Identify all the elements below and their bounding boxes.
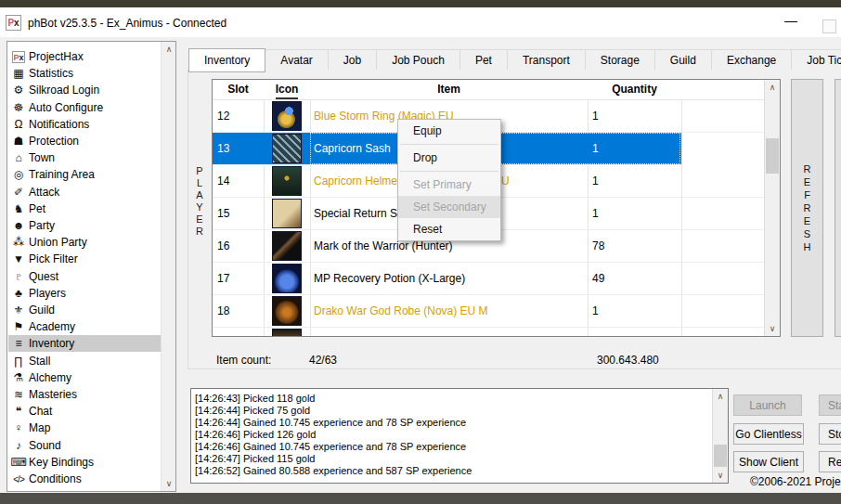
sidebar-item-quest[interactable]: ♇Quest (8, 268, 161, 285)
go-clientless-button[interactable]: Go Clientless (733, 423, 804, 445)
column-header-item[interactable]: Item (310, 83, 588, 96)
log-output[interactable]: [14:26:43] Picked 118 gold[14:26:44] Pic… (190, 388, 729, 484)
slot-cell: 14 (217, 174, 229, 187)
sidebar-item-attack[interactable]: ✐Attack (8, 184, 161, 200)
log-line: [14:26:46] Picked 126 gold (195, 429, 709, 441)
menu-item-equip[interactable]: Equip (398, 120, 500, 142)
sidebar-item-conditions[interactable]: </>Conditions (8, 471, 161, 487)
sidebar-item-academy[interactable]: ⚑Academy (8, 318, 161, 335)
sidebar-item-plugins[interactable]: ▦Plugins (8, 487, 161, 492)
scroll-up-icon[interactable]: ∧ (162, 42, 176, 57)
spear-item-icon (272, 231, 302, 261)
inventory-row-partial[interactable] (213, 328, 764, 337)
sidebar-item-label: Inventory (29, 337, 74, 350)
sidebar-item-key-bindings[interactable]: ⌨Key Bindings (8, 454, 161, 471)
menu-item-reset[interactable]: Reset (398, 218, 500, 240)
stall-icon: ∏ (8, 355, 29, 368)
scroll-down-icon[interactable]: ∨ (765, 321, 780, 336)
show-client-button[interactable]: Show Client (733, 451, 804, 472)
robe-item-icon (272, 296, 302, 326)
column-header-icon[interactable]: Icon (264, 83, 310, 96)
sidebar-item-alchemy[interactable]: ⚗Alchemy (8, 369, 161, 386)
scroll-down-icon[interactable]: ∨ (713, 468, 728, 483)
tab-strip: InventoryAvatarJobJob PouchPetTransportS… (188, 48, 841, 71)
protection-icon: ☗ (8, 135, 29, 148)
tab-exchange[interactable]: Exchange (712, 49, 792, 71)
scrollbar-thumb[interactable] (766, 138, 779, 174)
tab-storage[interactable]: Storage (586, 49, 655, 71)
sidebar-item-label: Masteries (29, 388, 77, 401)
sidebar-item-stall[interactable]: ∏Stall (8, 353, 161, 369)
tab-job[interactable]: Job (329, 49, 377, 71)
sidebar-item-inventory[interactable]: ≡Inventory (8, 335, 161, 352)
sidebar-item-town[interactable]: ⌂Town (8, 149, 161, 166)
sidebar-item-players[interactable]: ♣Players (8, 285, 161, 302)
tab-avatar[interactable]: Avatar (265, 49, 328, 71)
menu-item-drop[interactable]: Drop (398, 147, 500, 169)
pet-icon: ♞ (8, 202, 29, 215)
sidebar-item-label: Auto Configure (29, 101, 103, 114)
map-icon: ♀ (8, 421, 29, 434)
sidebar-item-masteries[interactable]: ≋Masteries (8, 386, 161, 403)
minimize-button[interactable]: — (783, 13, 799, 30)
column-header-slot[interactable]: Slot (213, 83, 264, 96)
tab-pet[interactable]: Pet (460, 49, 508, 71)
town-icon: ⌂ (8, 151, 29, 164)
quantity-cell: 1 (592, 304, 599, 317)
menu-separator (400, 171, 498, 172)
tab-job-pouch[interactable]: Job Pouch (377, 49, 460, 71)
scroll-up-icon[interactable]: ∧ (713, 389, 728, 404)
sidebar-item-chat[interactable]: ❝Chat (8, 403, 161, 420)
tab-transport[interactable]: Transport (508, 49, 586, 71)
sidebar-item-notifications[interactable]: ΩNotifications (8, 116, 161, 133)
quantity-cell: 1 (592, 174, 599, 187)
inventory-row-17[interactable]: 17MP Recovery Potion (X-Large)49 (213, 263, 764, 295)
sidebar-item-training-area[interactable]: ◎Training Area (8, 166, 161, 183)
sidebar-item-union-party[interactable]: ⁂Union Party (8, 234, 161, 251)
inventory-row-18[interactable]: 18Drako War God Robe (Nova) EU M1 (213, 295, 764, 328)
sidebar-item-projecthax[interactable]: PxProjectHax (8, 48, 161, 65)
training-area-icon: ◎ (8, 168, 29, 181)
tab-job-tickets[interactable]: Job Tickets (792, 49, 841, 71)
column-header-quantity[interactable]: Quantity (588, 83, 681, 96)
sidebar-item-pet[interactable]: ♞Pet (8, 200, 161, 217)
scroll-down-icon[interactable]: ∨ (162, 476, 176, 491)
clipped-vertical-button[interactable] (835, 79, 841, 337)
tab-inventory[interactable]: Inventory (188, 48, 265, 72)
maximize-button[interactable] (822, 19, 836, 33)
quantity-cell: 78 (592, 239, 604, 252)
background-bottom-strip (0, 493, 841, 504)
launch-button[interactable]: Launch (733, 394, 802, 416)
sidebar-item-silkroad-login[interactable]: ⚙Silkroad Login (8, 82, 161, 98)
log-line: [14:26:52] Gained 80.588 experience and … (195, 465, 709, 477)
sidebar-item-pick-filter[interactable]: ▼Pick Filter (8, 251, 161, 267)
sidebar-item-sound[interactable]: ♪Sound (8, 437, 161, 454)
sidebar-item-guild[interactable]: ⚜Guild (8, 302, 161, 318)
log-scrollbar[interactable]: ∧ ∨ (712, 389, 728, 483)
return-button[interactable]: Return (819, 451, 841, 472)
sidebar-item-statistics[interactable]: ▦Statistics (8, 65, 161, 82)
sidebar-item-label: Town (29, 151, 55, 164)
stop-button[interactable]: Stop (819, 423, 841, 445)
union-party-icon: ⁂ (8, 236, 29, 249)
sidebar-item-label: Quest (29, 270, 58, 283)
potion-item-icon (272, 264, 302, 293)
sidebar-scrollbar[interactable]: ∧ ∨ (161, 42, 175, 491)
quantity-cell: 1 (592, 110, 599, 123)
tab-guild[interactable]: Guild (655, 49, 712, 71)
scroll-up-icon[interactable]: ∧ (765, 80, 780, 95)
start-button[interactable]: Start (819, 394, 841, 416)
item-name-cell: Drako War God Robe (Nova) EU M (314, 304, 488, 317)
log-lines: [14:26:43] Picked 118 gold[14:26:44] Pic… (195, 393, 709, 481)
slot-cell: 13 (217, 142, 229, 155)
sidebar-item-auto-configure[interactable]: ☸Auto Configure (8, 99, 161, 116)
sidebar-item-party[interactable]: ☻Party (8, 217, 161, 234)
partial-item-icon (272, 329, 302, 337)
refresh-button[interactable]: REFRESH (791, 79, 823, 337)
table-scrollbar[interactable]: ∧ ∨ (764, 80, 780, 336)
sidebar-item-label: Players (29, 287, 66, 300)
sidebar-item-protection[interactable]: ☗Protection (8, 133, 161, 149)
sidebar-item-label: Statistics (29, 67, 73, 80)
scrollbar-thumb[interactable] (714, 445, 727, 467)
sidebar-item-map[interactable]: ♀Map (8, 420, 161, 436)
